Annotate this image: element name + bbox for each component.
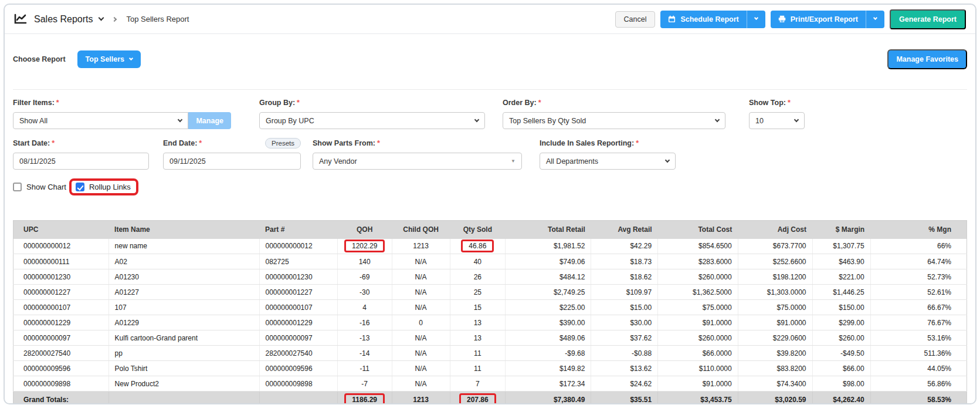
total-part-number — [259, 392, 337, 405]
show-parts-from-label: Show Parts From: — [313, 139, 375, 147]
cell-total-retail: $149.82 — [505, 361, 591, 376]
filter-items-select[interactable]: Show All — [13, 112, 188, 129]
show-parts-from-select[interactable]: Any Vendor ▼ — [313, 153, 522, 170]
cell-total-cost: $260.0000 — [658, 269, 738, 285]
column-header-child-qoh[interactable]: Child QOH — [392, 221, 450, 239]
print-export-button[interactable]: Print/Export Report — [771, 11, 884, 28]
group-by-label: Group By: — [259, 99, 295, 107]
manage-filters-button[interactable]: Manage — [188, 112, 231, 129]
cell-qoh: -16 — [337, 315, 392, 330]
show-chart-checkbox[interactable] — [13, 183, 22, 191]
cell-dollar-margin: $66.00 — [812, 361, 870, 376]
cell-qoh: 1202.29 — [337, 239, 392, 254]
cell-part-number: 000000001227 — [259, 285, 337, 300]
total-qoh: 1186.29 — [337, 392, 392, 405]
highlight-box: 1186.29 — [344, 393, 385, 405]
start-date-input[interactable] — [19, 157, 143, 166]
cell-part-number: 000000000097 — [259, 330, 337, 346]
chevron-down-icon — [178, 117, 182, 122]
column-header-avg-retail[interactable]: Avg Retail — [591, 221, 658, 239]
cell-total-cost: $75.0000 — [658, 300, 738, 315]
end-date-input[interactable] — [169, 157, 294, 166]
report-select-button[interactable]: Top Sellers — [77, 50, 141, 68]
include-in-sales-reporting-select[interactable]: All Departments — [540, 153, 676, 170]
total-dollar-margin: $4,262.40 — [812, 392, 870, 405]
printer-icon — [778, 15, 786, 23]
manage-favorites-button[interactable]: Manage Favorites — [887, 49, 967, 69]
show-top-label: Show Top: — [749, 99, 786, 107]
show-top-select[interactable]: 10 — [749, 112, 805, 129]
group-by-select[interactable]: Group By UPC — [259, 112, 485, 129]
cell-child-qoh: N/A — [392, 269, 450, 285]
column-header-item-name[interactable]: Item Name — [108, 221, 259, 239]
column-header-part-number[interactable]: Part # — [259, 221, 337, 239]
cell-part-number: 000000009596 — [259, 361, 337, 376]
table-row: 000000009898New Product2000000009898-7N/… — [13, 376, 967, 392]
report-table: UPCItem NamePart #QOHChild QOHQty SoldTo… — [13, 220, 967, 404]
cell-item-name: A01229 — [108, 315, 259, 330]
presets-button[interactable]: Presets — [265, 138, 301, 149]
cell-qty-sold: 11 — [450, 361, 505, 376]
cell-item-name: pp — [108, 346, 259, 361]
filter-items-label: Filter Items: — [13, 99, 55, 107]
total-total-retail: $7,380.49 — [505, 392, 591, 405]
chevron-down-icon — [754, 16, 758, 20]
print-export-caret[interactable] — [866, 11, 884, 28]
cell-upc: 000000000097 — [13, 330, 109, 346]
cell-part-number: 000000000012 — [259, 239, 337, 254]
table-row: 000000001229A01229000000001229-16013$390… — [13, 315, 967, 330]
cell-qoh: -7 — [337, 376, 392, 392]
required-asterisk: * — [56, 99, 59, 107]
cell-adj-cost: $673.7700 — [738, 239, 812, 254]
cell-qty-sold: 11 — [450, 346, 505, 361]
generate-report-button[interactable]: Generate Report — [890, 9, 966, 29]
cell-upc: 000000009898 — [13, 376, 109, 392]
cell-total-cost: $283.6000 — [658, 254, 738, 269]
cell-child-qoh: N/A — [392, 346, 450, 361]
report-type-dropdown[interactable]: Sales Reports — [34, 14, 103, 25]
column-header-qoh[interactable]: QOH — [337, 221, 392, 239]
column-header-total-cost[interactable]: Total Cost — [658, 221, 738, 239]
rollup-links-checkbox[interactable] — [76, 183, 84, 191]
cell-avg-retail: $37.62 — [591, 330, 658, 346]
column-header-pct-mgn[interactable]: % Mgn — [870, 221, 967, 239]
cell-dollar-margin: -$49.50 — [812, 346, 870, 361]
cancel-button[interactable]: Cancel — [615, 11, 656, 28]
cell-upc: 000000001229 — [13, 315, 109, 330]
schedule-report-caret[interactable] — [747, 11, 765, 28]
chevron-down-icon — [794, 117, 799, 122]
highlight-box: 46.86 — [461, 239, 494, 252]
cell-avg-retail: $30.00 — [591, 315, 658, 330]
cell-part-number: 000000001230 — [259, 269, 337, 285]
cell-qty-sold: 13 — [450, 330, 505, 346]
cell-upc: 000000009596 — [13, 361, 109, 376]
column-header-dollar-margin[interactable]: $ Margin — [812, 221, 870, 239]
highlight-box: 207.86 — [459, 393, 496, 405]
table-header-row: UPCItem NamePart #QOHChild QOHQty SoldTo… — [13, 221, 967, 239]
cell-pct-mgn: 66% — [870, 239, 967, 254]
schedule-report-button[interactable]: Schedule Report — [660, 11, 765, 28]
rollup-links-annotation-box: Rollup Links — [69, 178, 138, 195]
chart-line-icon — [14, 14, 27, 25]
cell-total-retail: $2,749.25 — [505, 285, 591, 300]
rollup-links-label: Rollup Links — [89, 183, 131, 191]
cell-dollar-margin: $221.00 — [812, 269, 870, 285]
order-by-select[interactable]: Top Sellers By Qty Sold — [503, 112, 725, 129]
cell-adj-cost: $1,303.0000 — [738, 285, 812, 300]
cell-child-qoh: 1213 — [392, 239, 450, 254]
cell-upc: 000000000111 — [13, 254, 109, 269]
cell-adj-cost: $252.6600 — [738, 254, 812, 269]
cell-adj-cost: $198.1200 — [738, 269, 812, 285]
cell-total-retail: -$9.68 — [505, 346, 591, 361]
cell-dollar-margin: $1,307.75 — [812, 239, 870, 254]
column-header-qty-sold[interactable]: Qty Sold — [450, 221, 505, 239]
column-header-total-retail[interactable]: Total Retail — [505, 221, 591, 239]
cell-avg-retail: $18.73 — [591, 254, 658, 269]
cell-child-qoh: N/A — [392, 300, 450, 315]
required-asterisk: * — [788, 99, 791, 107]
cell-qoh: -13 — [337, 330, 392, 346]
cell-part-number: 000000001229 — [259, 315, 337, 330]
column-header-adj-cost[interactable]: Adj Cost — [738, 221, 812, 239]
required-asterisk: * — [538, 99, 541, 107]
column-header-upc[interactable]: UPC — [13, 221, 109, 239]
